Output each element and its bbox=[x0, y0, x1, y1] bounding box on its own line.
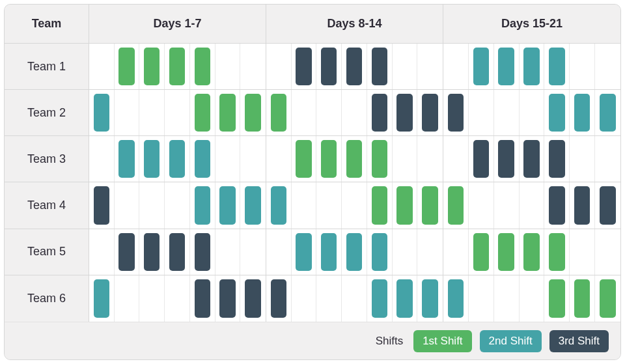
shift-pill bbox=[549, 186, 564, 224]
day-cell bbox=[417, 275, 443, 322]
day-cell bbox=[165, 44, 190, 89]
shift-pill bbox=[346, 48, 362, 85]
day-cell bbox=[240, 44, 266, 89]
day-cell bbox=[292, 182, 317, 228]
day-cell bbox=[443, 275, 469, 322]
day-cell bbox=[190, 90, 215, 135]
day-cell bbox=[292, 90, 317, 135]
team-label: Team 6 bbox=[5, 275, 89, 322]
shift-pill bbox=[346, 233, 362, 271]
day-cell bbox=[190, 229, 215, 275]
day-cell bbox=[89, 275, 115, 322]
team-label: Team 2 bbox=[5, 90, 89, 135]
shift-pill bbox=[549, 94, 564, 132]
shift-pill bbox=[195, 140, 210, 178]
day-cell bbox=[342, 44, 367, 89]
day-cell bbox=[139, 136, 165, 182]
day-cell bbox=[190, 182, 215, 228]
day-cell bbox=[316, 44, 342, 89]
shift-pill bbox=[195, 233, 210, 271]
day-cell bbox=[165, 182, 190, 228]
shift-pill bbox=[296, 140, 311, 178]
shift-pill bbox=[448, 94, 464, 132]
shift-pill bbox=[245, 186, 261, 224]
week-cell bbox=[443, 275, 620, 322]
shift-pill bbox=[600, 279, 616, 318]
day-cell bbox=[215, 275, 241, 322]
day-cell bbox=[115, 275, 140, 322]
shift-pill bbox=[296, 233, 311, 271]
day-cell bbox=[215, 182, 241, 228]
day-cell bbox=[469, 229, 494, 275]
day-cell bbox=[115, 182, 140, 228]
legend-shift-2: 2nd Shift bbox=[480, 330, 542, 352]
day-cell bbox=[595, 90, 620, 135]
day-cell bbox=[393, 275, 418, 322]
day-cell bbox=[240, 90, 266, 135]
day-cell bbox=[316, 136, 342, 182]
day-cell bbox=[469, 275, 494, 322]
day-cell bbox=[544, 90, 570, 135]
shift-pill bbox=[473, 233, 489, 271]
shift-pill bbox=[144, 48, 160, 85]
day-cell bbox=[570, 90, 595, 135]
day-cell bbox=[469, 182, 494, 228]
week-cell bbox=[266, 275, 443, 322]
day-cell bbox=[443, 90, 469, 135]
shift-pill bbox=[245, 94, 261, 132]
legend-shift-1: 1st Shift bbox=[413, 330, 471, 352]
legend: Shifts 1st Shift 2nd Shift 3rd Shift bbox=[5, 322, 620, 359]
day-cell bbox=[292, 136, 317, 182]
shift-pill bbox=[549, 48, 564, 85]
shift-pill bbox=[473, 48, 489, 85]
day-cell bbox=[139, 229, 165, 275]
team-row: Team 5 bbox=[5, 229, 620, 275]
day-cell bbox=[367, 90, 393, 135]
day-cell bbox=[494, 90, 520, 135]
day-cell bbox=[139, 182, 165, 228]
schedule-container: Team Days 1-7 Days 8-14 Days 15-21 Team … bbox=[0, 0, 625, 364]
day-cell bbox=[342, 136, 367, 182]
team-row: Team 2 bbox=[5, 90, 620, 136]
shift-pill bbox=[422, 94, 438, 132]
week-cell bbox=[443, 44, 620, 89]
day-cell bbox=[292, 44, 317, 89]
day-cell bbox=[393, 229, 418, 275]
header-row: Team Days 1-7 Days 8-14 Days 15-21 bbox=[5, 5, 620, 44]
team-label: Team 1 bbox=[5, 44, 89, 89]
day-cell bbox=[595, 44, 620, 89]
shift-pill bbox=[422, 186, 438, 224]
week-cell bbox=[89, 182, 266, 228]
week-cell bbox=[89, 44, 266, 89]
day-cell bbox=[190, 136, 215, 182]
shift-pill bbox=[574, 94, 590, 132]
header-team: Team bbox=[5, 5, 89, 44]
day-cell bbox=[316, 229, 342, 275]
week-cell bbox=[443, 182, 620, 228]
shift-pill bbox=[219, 279, 235, 318]
shift-pill bbox=[321, 233, 337, 271]
shift-pill bbox=[523, 140, 539, 178]
shift-pill bbox=[448, 186, 464, 224]
shift-pill bbox=[600, 186, 616, 224]
shift-pill bbox=[219, 94, 235, 132]
day-cell bbox=[266, 182, 292, 228]
shift-pill bbox=[245, 279, 261, 318]
legend-title: Shifts bbox=[376, 335, 404, 348]
shift-pill bbox=[574, 279, 590, 318]
shift-pill bbox=[195, 279, 210, 318]
day-cell bbox=[417, 136, 443, 182]
day-cell bbox=[469, 44, 494, 89]
day-cell bbox=[240, 275, 266, 322]
week-cell bbox=[89, 275, 266, 322]
day-cell bbox=[544, 275, 570, 322]
shift-pill bbox=[372, 233, 387, 271]
day-cell bbox=[367, 275, 393, 322]
day-cell bbox=[367, 44, 393, 89]
shift-pill bbox=[195, 48, 210, 85]
shift-pill bbox=[498, 233, 514, 271]
shift-pill bbox=[321, 140, 337, 178]
day-cell bbox=[469, 136, 494, 182]
header-week-1: Days 1-7 bbox=[89, 5, 266, 44]
week-cell bbox=[266, 44, 443, 89]
